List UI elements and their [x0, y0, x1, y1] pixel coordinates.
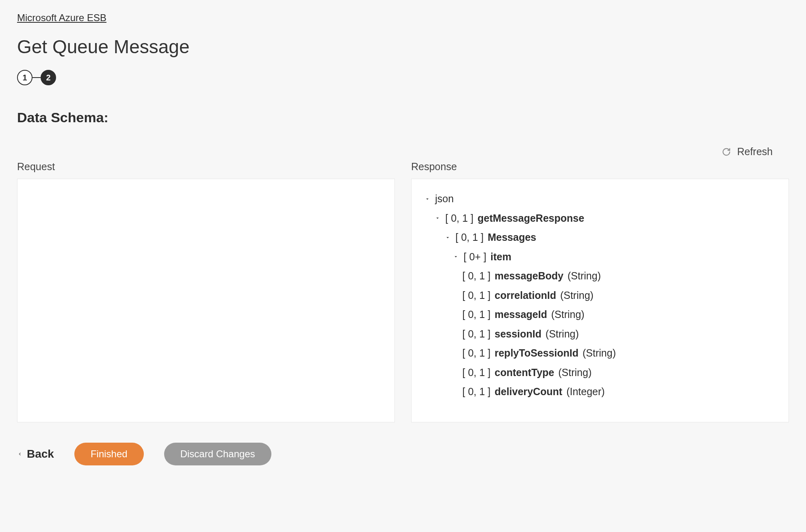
tree-node-name: correlationId: [494, 286, 556, 305]
tree-node-type: (String): [568, 266, 601, 286]
response-panel: json [ 0, 1 ] getMessageResponse [ 0, 1 …: [411, 179, 789, 422]
refresh-label[interactable]: Refresh: [737, 146, 773, 158]
tree-node-label: json: [435, 189, 454, 209]
tree-cardinality: [ 0, 1 ]: [455, 228, 483, 247]
stepper: 1 2: [17, 70, 789, 85]
tree-node-name: replyToSessionId: [494, 344, 578, 363]
tree-node: [ 0, 1 ] deliveryCount (Integer): [424, 382, 776, 402]
tree-node[interactable]: [ 0+ ] item: [424, 247, 776, 267]
finished-button[interactable]: Finished: [74, 443, 144, 465]
chevron-down-icon[interactable]: [452, 253, 459, 260]
back-label: Back: [27, 448, 54, 461]
tree-node-name: messageId: [494, 305, 547, 324]
tree-node-name: item: [490, 247, 511, 267]
tree-node-type: (String): [558, 363, 592, 383]
tree-node: [ 0, 1 ] messageBody (String): [424, 266, 776, 286]
tree-cardinality: [ 0, 1 ]: [462, 266, 490, 286]
tree-cardinality: [ 0, 1 ]: [462, 344, 490, 363]
footer-actions: Back Finished Discard Changes: [17, 443, 789, 465]
tree-node: [ 0, 1 ] replyToSessionId (String): [424, 344, 776, 363]
discard-changes-button[interactable]: Discard Changes: [164, 443, 271, 465]
section-heading: Data Schema:: [17, 110, 789, 125]
tree-node[interactable]: [ 0, 1 ] getMessageResponse: [424, 209, 776, 228]
refresh-icon[interactable]: [722, 147, 731, 157]
tree-node-type: (String): [560, 286, 594, 305]
chevron-down-icon[interactable]: [434, 214, 441, 222]
tree-node: [ 0, 1 ] sessionId (String): [424, 324, 776, 344]
step-1[interactable]: 1: [17, 70, 32, 85]
chevron-left-icon: [17, 451, 23, 457]
tree-node-type: (String): [583, 344, 616, 363]
tree-node[interactable]: json: [424, 189, 776, 209]
tree-node-name: Messages: [488, 228, 536, 247]
tree-node: [ 0, 1 ] messageId (String): [424, 305, 776, 324]
tree-node-type: (String): [551, 305, 585, 324]
chevron-down-icon[interactable]: [424, 195, 431, 203]
tree-node: [ 0, 1 ] contentType (String): [424, 363, 776, 383]
tree-node: [ 0, 1 ] correlationId (String): [424, 286, 776, 305]
tree-cardinality: [ 0, 1 ]: [462, 363, 490, 383]
request-panel: [17, 179, 395, 422]
tree-node-name: deliveryCount: [494, 382, 562, 402]
step-2[interactable]: 2: [41, 70, 56, 85]
tree-node[interactable]: [ 0, 1 ] Messages: [424, 228, 776, 247]
tree-cardinality: [ 0+ ]: [464, 247, 486, 267]
step-connector: [32, 77, 41, 78]
request-panel-label: Request: [17, 161, 395, 173]
tree-node-name: sessionId: [494, 324, 541, 344]
tree-cardinality: [ 0, 1 ]: [462, 324, 490, 344]
chevron-down-icon[interactable]: [444, 234, 451, 241]
breadcrumb-link[interactable]: Microsoft Azure ESB: [17, 12, 106, 24]
page-title: Get Queue Message: [17, 36, 789, 58]
tree-node-type: (String): [546, 324, 579, 344]
tree-node-name: contentType: [494, 363, 554, 383]
tree-cardinality: [ 0, 1 ]: [462, 382, 490, 402]
tree-node-type: (Integer): [566, 382, 604, 402]
tree-node-name: getMessageResponse: [477, 209, 584, 228]
tree-cardinality: [ 0, 1 ]: [462, 286, 490, 305]
schema-tree: json [ 0, 1 ] getMessageResponse [ 0, 1 …: [424, 189, 776, 402]
response-panel-label: Response: [411, 161, 789, 173]
tree-cardinality: [ 0, 1 ]: [462, 305, 490, 324]
tree-cardinality: [ 0, 1 ]: [445, 209, 473, 228]
back-button[interactable]: Back: [17, 448, 54, 461]
tree-node-name: messageBody: [494, 266, 563, 286]
